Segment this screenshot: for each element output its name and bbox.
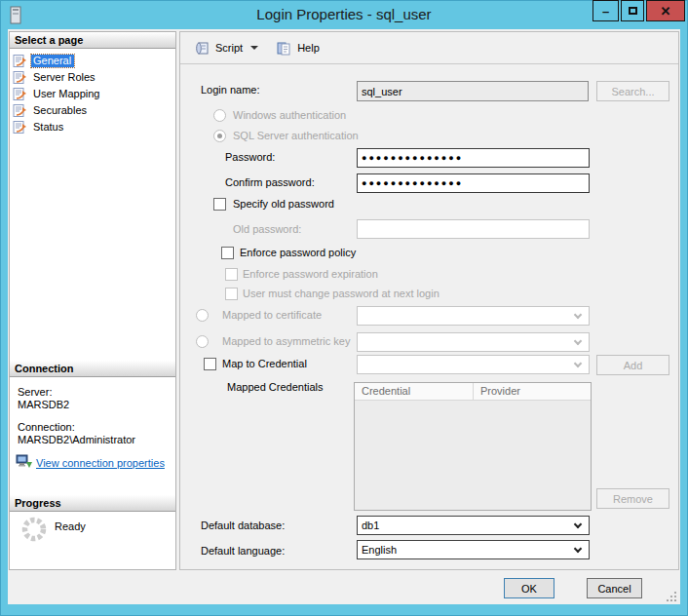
- windows-auth-radio[interactable]: [213, 109, 226, 122]
- default-language-label: Default language:: [201, 545, 285, 557]
- table-header-row: Credential Provider: [355, 383, 591, 401]
- page-icon: [13, 121, 27, 134]
- view-connection-properties-link[interactable]: View connection properties: [36, 457, 165, 469]
- mapped-certificate-radio[interactable]: [196, 309, 209, 322]
- connection-label: Connection:: [18, 421, 75, 433]
- confirm-password-input[interactable]: ●●●●●●●●●●●●●●: [357, 173, 590, 193]
- mapped-certificate-combo[interactable]: [357, 306, 590, 326]
- chevron-down-icon: [574, 520, 582, 528]
- help-label: Help: [297, 42, 320, 54]
- windows-auth-label: Windows authentication: [233, 109, 346, 121]
- remove-button[interactable]: Remove: [596, 488, 669, 509]
- sidebar-item-user-mapping[interactable]: User Mapping: [10, 86, 102, 101]
- chevron-down-icon: [574, 545, 582, 553]
- window-title: Login Properties - sql_user: [0, 6, 688, 22]
- default-language-combo[interactable]: English: [357, 540, 590, 559]
- select-a-page-header: Select a page: [10, 32, 175, 49]
- connection-value: MARSDB2\Administrator: [18, 434, 135, 445]
- column-header-provider[interactable]: Provider: [474, 383, 591, 401]
- dialog-body: Select a page General: [8, 29, 680, 604]
- mapped-asym-key-radio[interactable]: [196, 335, 209, 348]
- password-value: ●●●●●●●●●●●●●●: [362, 153, 463, 163]
- add-button[interactable]: Add: [596, 355, 669, 375]
- sidebar-item-general[interactable]: General: [10, 53, 74, 68]
- maximize-icon: [629, 7, 637, 15]
- password-input[interactable]: ●●●●●●●●●●●●●●: [357, 148, 590, 168]
- main-panel: Script Help Login name: sql_u: [179, 31, 679, 570]
- sidebar: Select a page General: [9, 31, 176, 570]
- chevron-down-icon: [574, 311, 582, 319]
- chevron-down-icon: [250, 46, 258, 50]
- page-icon: [13, 55, 27, 67]
- toolbar: Script Help: [180, 32, 678, 64]
- server-value: MARSDB2: [18, 399, 69, 410]
- help-button[interactable]: Help: [271, 38, 325, 58]
- default-database-value: db1: [362, 520, 379, 531]
- page-icon: [13, 71, 27, 84]
- resize-grip[interactable]: [667, 591, 677, 601]
- must-change-label: User must change password at next login: [243, 288, 440, 299]
- chevron-down-icon: [574, 337, 582, 345]
- confirm-password-value: ●●●●●●●●●●●●●●: [362, 178, 463, 188]
- script-icon: [194, 41, 210, 56]
- login-name-input[interactable]: sql_user: [357, 81, 589, 101]
- mapped-asym-key-label: Mapped to asymmetric key: [222, 335, 350, 347]
- map-to-credential-checkbox[interactable]: [204, 358, 216, 370]
- default-database-label: Default database:: [201, 520, 285, 531]
- enforce-policy-label: Enforce password policy: [240, 247, 356, 258]
- sidebar-item-label: User Mapping: [31, 88, 102, 100]
- default-database-combo[interactable]: db1: [357, 516, 590, 535]
- sidebar-item-label: General: [31, 55, 74, 67]
- script-button[interactable]: Script: [189, 38, 263, 58]
- enforce-expiration-label: Enforce password expiration: [243, 268, 378, 280]
- sql-auth-label: SQL Server authentication: [233, 130, 359, 141]
- progress-status: Ready: [55, 520, 86, 532]
- confirm-password-label: Confirm password:: [225, 176, 315, 188]
- server-label: Server:: [18, 386, 52, 398]
- password-label: Password:: [225, 151, 275, 163]
- close-button[interactable]: ✕: [646, 0, 685, 21]
- page-icon: [13, 104, 27, 117]
- page-icon: [13, 88, 27, 100]
- specify-old-password-checkbox[interactable]: [213, 198, 226, 211]
- help-icon: [276, 41, 292, 56]
- cancel-button[interactable]: Cancel: [587, 578, 642, 598]
- titlebar[interactable]: Login Properties - sql_user – ✕: [0, 0, 688, 29]
- sidebar-item-label: Status: [31, 121, 66, 134]
- specify-old-password-label: Specify old password: [233, 198, 334, 210]
- sidebar-item-label: Server Roles: [31, 71, 98, 84]
- sidebar-item-status[interactable]: Status: [10, 119, 66, 135]
- must-change-checkbox[interactable]: [225, 288, 238, 300]
- login-properties-window: Login Properties - sql_user – ✕ Select a…: [0, 0, 688, 616]
- progress-spinner-icon: [20, 516, 48, 543]
- enforce-policy-checkbox[interactable]: [221, 247, 234, 259]
- mapped-credentials-table[interactable]: Credential Provider: [354, 382, 592, 511]
- maximize-button[interactable]: [621, 0, 644, 21]
- sidebar-item-label: Securables: [31, 104, 90, 117]
- mapped-asym-key-combo[interactable]: [357, 332, 590, 352]
- search-button[interactable]: Search...: [596, 81, 669, 101]
- column-header-credential[interactable]: Credential: [355, 383, 474, 401]
- sidebar-item-server-roles[interactable]: Server Roles: [10, 69, 98, 85]
- chevron-down-icon: [574, 360, 582, 367]
- sidebar-item-securables[interactable]: Securables: [10, 102, 90, 118]
- map-to-credential-combo[interactable]: [357, 355, 590, 374]
- login-name-label: Login name:: [201, 84, 260, 96]
- connection-header: Connection: [10, 361, 175, 377]
- old-password-label: Old password:: [233, 223, 301, 235]
- connection-properties-icon: [16, 454, 33, 469]
- default-language-value: English: [362, 544, 397, 556]
- login-name-value: sql_user: [362, 86, 402, 97]
- mapped-certificate-label: Mapped to certificate: [222, 309, 322, 321]
- old-password-input[interactable]: [357, 219, 590, 239]
- ok-button[interactable]: OK: [504, 578, 554, 598]
- minimize-button[interactable]: –: [592, 0, 619, 21]
- map-to-credential-label: Map to Credential: [222, 358, 307, 369]
- sql-auth-radio[interactable]: [213, 130, 226, 142]
- script-label: Script: [215, 42, 243, 54]
- progress-header: Progress: [10, 495, 175, 512]
- mapped-credentials-label: Mapped Credentials: [227, 381, 323, 393]
- enforce-expiration-checkbox[interactable]: [225, 268, 238, 281]
